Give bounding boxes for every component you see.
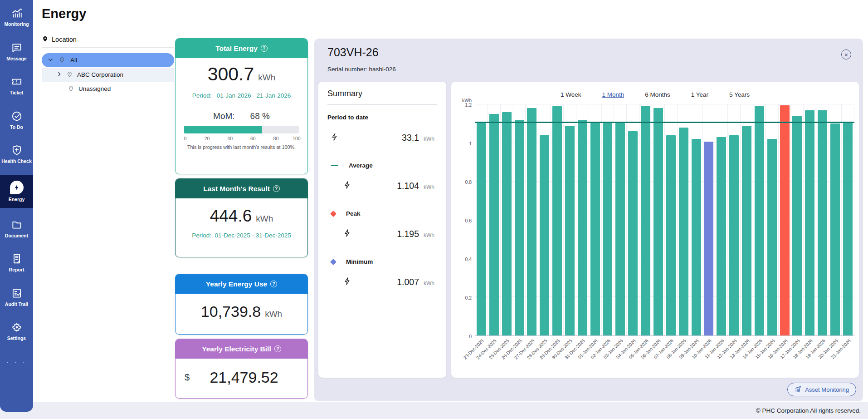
ticket-icon [11,76,23,88]
bar[interactable] [717,137,726,335]
bar-slot[interactable] [589,104,602,335]
bar-slot[interactable] [576,104,589,335]
card-last-month: Last Month's Result ? 444.6kWh Period: 0… [175,178,308,257]
tab-1-week[interactable]: 1 Week [561,91,581,98]
tab-1-month[interactable]: 1 Month [602,91,624,98]
tab-1-year[interactable]: 1 Year [691,91,708,98]
bar-slot[interactable] [614,104,627,335]
bar[interactable] [653,108,663,335]
bar[interactable] [527,108,536,335]
bolt-icon [343,181,351,191]
help-icon[interactable]: ? [261,45,268,52]
bar-slot[interactable] [639,104,652,335]
bar[interactable] [843,122,853,335]
bar-slot[interactable] [816,104,829,335]
shield-plus-icon [11,144,23,156]
bar[interactable] [755,106,764,335]
sidebar-item-health-check[interactable]: Health Check [0,141,33,168]
bar[interactable] [767,139,777,335]
bar[interactable] [552,106,562,335]
bar-slot[interactable] [678,104,690,335]
y-tick-label: 0.6 [465,218,472,223]
bar-slot[interactable] [690,104,703,335]
bar-slot[interactable] [753,104,766,335]
tree-item-abc-corporation[interactable]: ABC Corporation [42,68,174,82]
bar-slot[interactable] [526,104,538,335]
divider [327,104,437,105]
y-tick-label: 0.8 [465,179,472,185]
bar-slot[interactable] [513,104,526,335]
pin-icon [66,71,73,79]
bar[interactable] [540,135,549,335]
tab-5-years[interactable]: 5 Years [729,91,750,98]
bar[interactable] [590,122,600,335]
tab-6-months[interactable]: 6 Months [645,91,670,98]
close-icon[interactable]: × [841,49,851,59]
bar-slot[interactable] [501,104,513,335]
bar[interactable] [666,135,676,335]
chevron-right-icon[interactable] [56,71,62,79]
bar-slot[interactable] [475,104,488,335]
bar[interactable] [578,120,587,335]
bar-slot[interactable] [488,104,501,335]
bar[interactable] [615,122,625,335]
bar[interactable] [729,135,739,335]
bar[interactable] [489,114,499,335]
sidebar-item-audit-trail[interactable]: Audit Trail [0,284,33,311]
bar-slot[interactable] [829,104,842,335]
bar[interactable] [780,105,790,335]
bar[interactable] [515,120,524,335]
chevron-down-icon[interactable] [48,57,54,64]
bar[interactable] [692,139,701,335]
bar[interactable] [830,123,840,335]
sidebar-label: Energy [9,197,25,202]
x-tick-label: 21-Jan-2026 [842,336,854,365]
bar[interactable] [628,131,638,335]
sidebar-item-message[interactable]: Message [0,38,33,65]
tree-item-unassigned[interactable]: Unassigned [42,82,174,96]
bar[interactable] [792,116,802,335]
bar-slot[interactable] [564,104,576,335]
sidebar-item-monitoring[interactable]: Monitoring [0,4,33,31]
bar-slot[interactable] [791,104,804,335]
sidebar-item-ticket[interactable]: Ticket [0,72,33,99]
help-icon[interactable]: ? [270,281,277,287]
sidebar-item-document[interactable]: Document [0,215,33,242]
bar[interactable] [603,122,613,335]
bar-slot[interactable] [728,104,741,335]
bar-slot[interactable] [715,104,728,335]
bar-slot[interactable] [804,104,816,335]
bar-slot[interactable] [627,104,639,335]
sidebar-item-energy[interactable]: Energy [0,175,33,208]
bar[interactable] [742,126,751,335]
bar-slot[interactable] [665,104,678,335]
sidebar-item-report[interactable]: Report [0,249,33,276]
tree-item-label: All [70,57,77,64]
bar-slot[interactable] [842,104,854,335]
bar-slot[interactable] [702,104,715,335]
help-icon[interactable]: ? [273,185,280,192]
bar-slot[interactable] [766,104,779,335]
bar[interactable] [704,142,713,335]
bar-slot[interactable] [538,104,551,335]
bar[interactable] [565,126,575,335]
tree-item-all[interactable]: All [42,53,174,67]
bar[interactable] [679,128,688,335]
asset-monitoring-button[interactable]: Asset Monitoring [787,383,856,396]
bar[interactable] [805,110,814,335]
bar-slot[interactable] [652,104,665,335]
bar[interactable] [818,110,827,335]
bar-slot[interactable] [551,104,564,335]
bar-slot[interactable] [602,104,614,335]
sidebar-more-button[interactable]: · · · [0,359,33,367]
sidebar-item-todo[interactable]: To Do [0,107,33,134]
help-icon[interactable]: ? [274,345,281,352]
sidebar-item-settings[interactable]: Settings [0,318,33,345]
bar-slot[interactable] [779,104,791,335]
sidebar-label: Settings [7,335,26,341]
bar-slot[interactable] [741,104,753,335]
check-circle-icon [11,110,23,122]
bar[interactable] [477,122,486,335]
bar[interactable] [641,106,650,335]
bar[interactable] [502,112,512,335]
